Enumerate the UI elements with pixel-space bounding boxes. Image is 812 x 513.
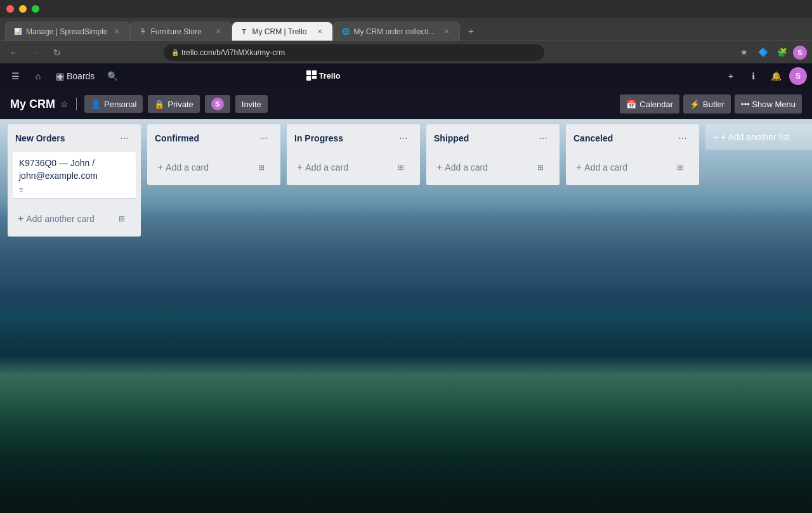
list-footer-shipped: + Add a card ⊞ <box>426 152 560 185</box>
tab-close-trello[interactable]: ✕ <box>315 27 325 37</box>
add-list-label: + Add another list <box>721 132 790 142</box>
hamburger-button[interactable]: ☰ <box>5 66 25 86</box>
calendar-button[interactable]: 📅 Calendar <box>620 94 679 114</box>
list-canceled: Canceled ··· + Add a card ⊞ <box>566 124 699 185</box>
private-visibility-badge[interactable]: 🔒 Private <box>148 95 199 113</box>
add-card-button-in-progress[interactable]: + Add a card ⊞ <box>292 155 415 180</box>
tab-close-spreadSimple[interactable]: ✕ <box>112 27 122 37</box>
title-bar <box>0 0 812 18</box>
tab-spreadSimple[interactable]: 📊 Manage | SpreadSimple ✕ <box>5 22 130 41</box>
list-menu-button-shipped[interactable]: ··· <box>534 129 552 147</box>
refresh-button[interactable]: ↻ <box>48 44 66 62</box>
list-confirmed: Confirmed ··· + Add a card ⊞ <box>147 124 280 185</box>
show-menu-label: ••• Show Menu <box>741 100 796 109</box>
tab-title-spreadSimple: Manage | SpreadSimple <box>26 27 108 36</box>
calendar-icon: 📅 <box>626 100 636 109</box>
svg-rect-0 <box>306 70 311 75</box>
url-bar[interactable]: 🔒 trello.com/b/Vi7hMXku/my-crm <box>164 44 544 61</box>
list-menu-button-confirmed[interactable]: ··· <box>255 129 273 147</box>
tab-crm-collection[interactable]: 🌐 My CRM order collection | Inte... ✕ <box>333 22 460 41</box>
add-list-button[interactable]: + + Add another list <box>705 124 812 150</box>
minimize-button[interactable] <box>19 5 27 13</box>
tab-title-trello: My CRM | Trello <box>252 27 311 36</box>
add-card-button-confirmed[interactable]: + Add a card ⊞ <box>152 155 275 180</box>
list-menu-button-new-orders[interactable]: ··· <box>115 129 133 147</box>
search-button[interactable]: 🔍 <box>102 66 122 86</box>
add-icon: + <box>157 162 163 173</box>
board-outer: New Orders ··· K9736Q0 — John / john@exa… <box>0 119 812 513</box>
list-footer-new-orders: + Add another card ⊞ <box>8 204 141 237</box>
url-text: trello.com/b/Vi7hMXku/my-crm <box>181 48 285 57</box>
list-menu-button-in-progress[interactable]: ··· <box>395 129 412 147</box>
extension-icon-3[interactable]: S <box>793 46 807 60</box>
butler-button[interactable]: ⚡ Butler <box>683 94 731 114</box>
add-card-label-shipped: Add a card <box>445 162 488 172</box>
member-avatar-badge[interactable]: S <box>205 95 230 113</box>
maximize-button[interactable] <box>32 5 39 13</box>
list-new-orders: New Orders ··· K9736Q0 — John / john@exa… <box>8 124 141 237</box>
list-header-in-progress: In Progress ··· <box>287 124 420 152</box>
add-icon: + <box>297 162 303 173</box>
svg-rect-3 <box>311 76 316 79</box>
trello-logo: Trello <box>306 70 357 82</box>
card-description-icon: ≡ <box>19 186 129 193</box>
add-list-icon: + <box>713 132 718 142</box>
boards-icon: ▦ <box>56 71 64 81</box>
card-template-button[interactable]: ⊞ <box>113 210 131 228</box>
user-avatar[interactable]: S <box>789 67 807 85</box>
private-label: Private <box>167 100 193 109</box>
list-header-canceled: Canceled ··· <box>566 124 699 152</box>
personal-visibility-badge[interactable]: 👤 Personal <box>84 95 143 113</box>
tab-close-furniture[interactable]: ✕ <box>213 27 223 37</box>
card-title-k9736q0: K9736Q0 — John / john@example.com <box>19 157 129 182</box>
personal-icon: 👤 <box>91 100 101 109</box>
add-card-label-confirmed: Add a card <box>166 162 209 172</box>
svg-text:Trello: Trello <box>318 72 340 81</box>
add-card-label-new-orders: Add another card <box>26 214 94 224</box>
add-card-button-canceled[interactable]: + Add a card ⊞ <box>571 155 694 180</box>
board-header-actions: 📅 Calendar ⚡ Butler ••• Show Menu <box>620 94 802 114</box>
notifications-button[interactable]: 🔔 <box>766 66 787 86</box>
new-tab-button[interactable]: + <box>462 23 480 41</box>
board-scroll: New Orders ··· K9736Q0 — John / john@exa… <box>0 119 812 513</box>
home-button[interactable]: ⌂ <box>28 66 48 86</box>
card-k9736q0[interactable]: K9736Q0 — John / john@example.com ≡ <box>13 152 136 198</box>
card-template-button-in-progress[interactable]: ⊞ <box>392 159 410 176</box>
tab-trello[interactable]: T My CRM | Trello ✕ <box>232 22 333 41</box>
personal-label: Personal <box>104 100 136 109</box>
info-button[interactable]: ℹ <box>743 66 764 86</box>
list-title-shipped: Shipped <box>434 133 534 143</box>
invite-button[interactable]: Invite <box>235 95 268 113</box>
tab-favicon-spreadSimple: 📊 <box>13 27 22 36</box>
card-template-button-confirmed[interactable]: ⊞ <box>252 159 270 176</box>
trello-app: ☰ ⌂ ▦ Boards 🔍 Trello + ℹ 🔔 S My CRM ☆ <box>0 63 812 513</box>
add-button[interactable]: + <box>721 66 741 86</box>
close-button[interactable] <box>6 5 14 13</box>
board-star-button[interactable]: ☆ <box>60 99 69 109</box>
tab-close-crm-collection[interactable]: ✕ <box>442 27 452 37</box>
add-card-button-shipped[interactable]: + Add a card ⊞ <box>431 155 554 180</box>
card-template-button-canceled[interactable]: ⊞ <box>671 159 689 176</box>
svg-rect-1 <box>306 76 311 81</box>
boards-button[interactable]: ▦ Boards <box>51 66 100 86</box>
list-title-new-orders: New Orders <box>15 133 115 143</box>
tab-title-crm-collection: My CRM order collection | Inte... <box>354 27 438 36</box>
list-shipped: Shipped ··· + Add a card ⊞ <box>426 124 560 185</box>
tab-favicon-trello: T <box>240 27 249 36</box>
boards-label: Boards <box>67 71 95 81</box>
extension-icon-2[interactable]: 🧩 <box>774 44 790 61</box>
card-template-button-shipped[interactable]: ⊞ <box>532 159 549 176</box>
add-card-button-new-orders[interactable]: + Add another card ⊞ <box>13 206 136 231</box>
list-header-new-orders: New Orders ··· <box>8 124 141 152</box>
add-card-label-canceled: Add a card <box>584 162 627 172</box>
tab-furniture[interactable]: 🪑 Furniture Store ✕ <box>130 22 232 41</box>
butler-label: Butler <box>703 100 724 109</box>
list-menu-button-canceled[interactable]: ··· <box>674 129 691 147</box>
back-button[interactable]: ← <box>5 44 23 62</box>
extension-icon-1[interactable]: 🔷 <box>755 44 771 61</box>
bookmark-icon[interactable]: ★ <box>736 44 752 61</box>
invite-label: Invite <box>242 100 261 109</box>
forward-button[interactable]: → <box>27 44 44 62</box>
tab-favicon-furniture: 🪑 <box>138 27 147 36</box>
show-menu-button[interactable]: ••• Show Menu <box>735 94 802 114</box>
